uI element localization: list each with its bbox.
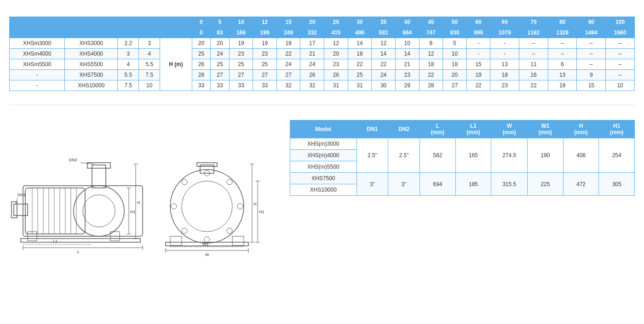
val-cell: 23 [324,59,348,70]
dim-l-header: L(mm) [420,120,456,138]
lmin-332: 332 [300,28,324,38]
dim-h-header: H(mm) [563,120,599,138]
val-cell: 18 [490,70,519,80]
single-phase-cell: XHSm3000 [10,38,65,49]
dim-model-cell: XHS(m)3000 [290,138,357,150]
val-cell: 19 [466,70,490,80]
svg-point-42 [171,204,177,209]
val-cell: 10 [606,80,635,91]
val-cell: 20 [211,38,230,49]
dim-model-cell: XHS(m)5500 [290,161,357,173]
svg-point-11 [74,186,124,236]
col-10: 10 [229,17,253,28]
svg-text:H1: H1 [259,210,264,214]
lmin-1079: 1079 [490,28,519,38]
val-cell: 21 [395,59,419,70]
val-cell: 12 [419,49,443,59]
svg-text:L1: L1 [53,239,58,244]
dimension-table: Model DN1 DN2 L(mm) L1(mm) W(mm) W1(mm) … [290,120,635,196]
val-cell: 5 [443,38,467,49]
val-cell: 13 [490,59,519,70]
hp-cell: 4 [139,49,160,59]
svg-rect-50 [170,236,182,245]
val-cell: - [490,49,519,59]
val-cell: 19 [548,80,577,91]
dim-dn1-cell: 3" [356,173,388,196]
tech-table: 0 5 10 12 15 20 25 30 35 40 45 50 60 65 … [9,17,635,91]
pump-diagram-svg: DN1 DN2 H1 H L L1 [9,114,276,257]
val-cell: 18 [443,59,467,70]
dim-model-cell: XHS10000 [290,184,357,196]
val-cell: 27 [443,80,467,91]
dim-h1-cell: 305 [599,173,635,196]
table-header-row1: 0 5 10 12 15 20 25 30 35 40 45 50 60 65 … [10,17,635,28]
svg-point-43 [237,204,243,209]
val-cell: - [466,49,490,59]
svg-rect-14 [87,163,110,168]
lmin-1660: 1660 [606,28,635,38]
val-cell: 27 [211,70,230,80]
model-header [10,17,118,28]
val-cell: 16 [519,70,548,80]
lmin-166: 166 [229,28,253,38]
val-cell: 11 [519,59,548,70]
kw-cell: 3 [118,49,139,59]
pump-diagram-area: DN1 DN2 H1 H L L1 [9,114,276,258]
val-cell: 25 [348,70,372,80]
dim-model-header: Model [290,120,357,138]
val-cell: 14 [348,38,372,49]
val-cell: 25 [211,59,230,70]
kw-cell: 4 [118,59,139,70]
lmin-1162: 1162 [519,28,548,38]
val-cell: 28 [419,80,443,91]
hp-cell: 10 [139,80,160,91]
lmin-199: 199 [253,28,277,38]
val-cell: 22 [419,70,443,80]
lmin-249: 249 [276,28,300,38]
val-cell: 8 [419,38,443,49]
val-cell: 33 [211,80,230,91]
tech-table-wrapper: 0 5 10 12 15 20 25 30 35 40 45 50 60 65 … [9,17,635,91]
lmin-498: 498 [348,28,372,38]
svg-text:H: H [137,200,140,205]
dim-dn2-cell: 3" [388,173,420,196]
val-cell: 22 [466,80,490,91]
svg-text:W: W [205,252,209,257]
col-100: 100 [606,17,635,28]
single-phase-header [10,28,65,38]
table-row: XHSm4000 XHS4000 3 4 2524232322212018141… [10,49,635,59]
val-cell: 23 [490,80,519,91]
hp-cell: 7.5 [139,70,160,80]
val-cell: 22 [276,49,300,59]
col-65: 65 [490,17,519,28]
dim-w1-header: W1(mm) [528,120,564,138]
table-row: - XHS10000 7.5 10 3333333332323131302928… [10,80,635,91]
dim-h-cell: 472 [563,173,599,196]
kw-cell: 5.5 [118,70,139,80]
dim-w-header: W(mm) [491,120,528,138]
val-cell: 22 [348,59,372,70]
table-row: - XHS7500 5.5 7.5 2827272727262625242322… [10,70,635,80]
three-phase-cell: XHS10000 [65,80,118,91]
val-cell: 33 [229,80,253,91]
svg-text:H1: H1 [130,210,136,214]
svg-rect-1 [25,188,85,234]
col-45: 45 [419,17,443,28]
col-60: 60 [466,17,490,28]
svg-rect-19 [21,239,140,242]
dim-dn1-cell: 2.5" [356,138,388,173]
val-cell: 19 [229,38,253,49]
val-cell: – [606,70,635,80]
svg-point-47 [227,228,232,233]
val-cell: 32 [300,80,324,91]
dim-l-cell: 694 [420,173,456,196]
val-cell: 10 [395,38,419,49]
dim-header-row: Model DN1 DN2 L(mm) L1(mm) W(mm) W1(mm) … [290,120,635,138]
svg-point-38 [170,170,244,243]
svg-point-12 [83,195,115,227]
val-cell: 24 [372,70,396,80]
flow-lmin-header [160,28,192,38]
lmin-664: 664 [395,28,419,38]
three-phase-cell: XHS4000 [65,49,118,59]
three-phase-cell: XHS7500 [65,70,118,80]
